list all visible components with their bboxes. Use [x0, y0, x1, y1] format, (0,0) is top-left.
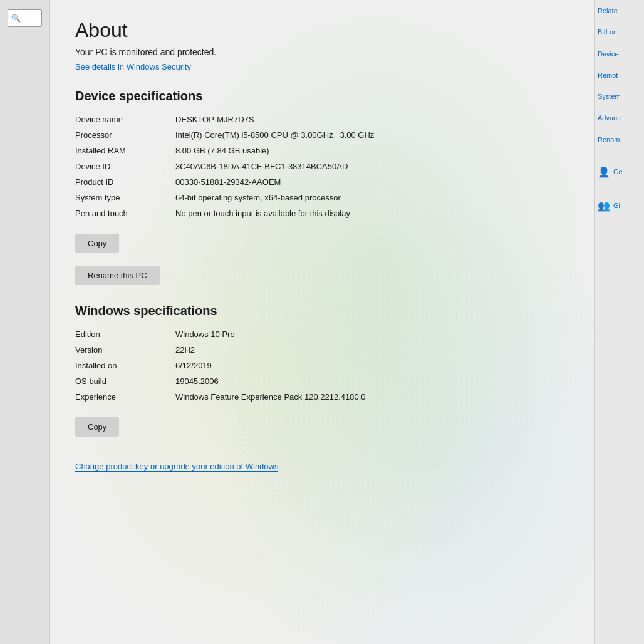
copy-button-device[interactable]: Copy: [75, 234, 119, 253]
spec-value: Intel(R) Core(TM) i5-8500 CPU @ 3.00GHz …: [175, 130, 374, 140]
table-row: Pen and touch No pen or touch input is a…: [75, 209, 569, 218]
spec-value: 19045.2006: [175, 377, 219, 386]
sidebar: 🔍: [0, 0, 50, 644]
protection-status: Your PC is monitored and protected.: [75, 47, 569, 57]
spec-value: 6/12/2019: [175, 361, 212, 370]
table-row: Processor Intel(R) Core(TM) i5-8500 CPU …: [75, 130, 569, 140]
search-icon: 🔍: [11, 14, 21, 23]
table-row: Installed RAM 8.00 GB (7.84 GB usable): [75, 146, 569, 155]
spec-label: Processor: [75, 130, 175, 140]
spec-value: No pen or touch input is available for t…: [175, 209, 350, 218]
table-row: Device ID 3C40AC6B-18DA-41CF-BFC1-38314B…: [75, 162, 569, 171]
spec-label: System type: [75, 193, 175, 202]
spec-value: 00330-51881-29342-AAOEM: [175, 177, 281, 187]
device-spec-table: Device name DESKTOP-MJR7D7S Processor In…: [75, 115, 569, 218]
table-row: OS build 19045.2006: [75, 377, 569, 386]
right-panel-icon-row-2: 👥 Gi: [598, 200, 641, 212]
spec-label: Version: [75, 345, 175, 355]
right-panel-ge[interactable]: Ge: [613, 167, 623, 176]
search-box[interactable]: 🔍: [8, 9, 42, 27]
table-row: Experience Windows Feature Experience Pa…: [75, 392, 569, 402]
spec-label: Installed on: [75, 361, 175, 370]
right-panel-related[interactable]: Relate: [598, 6, 641, 15]
page-title: About: [75, 19, 569, 42]
table-row: Installed on 6/12/2019: [75, 361, 569, 370]
spec-value: DESKTOP-MJR7D7S: [175, 115, 254, 124]
rename-pc-button[interactable]: Rename this PC: [75, 266, 160, 285]
right-panel-bitlocker[interactable]: BitLoc: [598, 28, 641, 36]
pen-touch-label: Pen and touch: [75, 209, 175, 218]
group-icon: 👥: [598, 200, 610, 212]
right-panel-gi[interactable]: Gi: [613, 201, 620, 210]
right-panel-advanced[interactable]: Advanc: [598, 113, 641, 122]
right-panel-icon-row-1: 👤 Ge: [598, 166, 641, 178]
change-product-key-link[interactable]: Change product key or upgrade your editi…: [75, 462, 278, 472]
windows-spec-table: Edition Windows 10 Pro Version 22H2 Inst…: [75, 330, 569, 402]
spec-label: Device name: [75, 115, 175, 124]
spec-label: Edition: [75, 330, 175, 339]
device-id-label: Device ID: [75, 162, 175, 171]
right-panel-system[interactable]: System: [598, 92, 641, 101]
table-row: Product ID 00330-51881-29342-AAOEM: [75, 177, 569, 187]
copy-button-windows[interactable]: Copy: [75, 417, 119, 437]
spec-value: 22H2: [175, 345, 195, 355]
spec-value: Windows Feature Experience Pack 120.2212…: [175, 392, 366, 402]
user-icon: 👤: [598, 166, 610, 178]
spec-value: 8.00 GB (7.84 GB usable): [175, 146, 269, 155]
windows-specs-title: Windows specifications: [75, 304, 569, 318]
table-row: System type 64-bit operating system, x64…: [75, 193, 569, 202]
table-row: Edition Windows 10 Pro: [75, 330, 569, 339]
table-row: Version 22H2: [75, 345, 569, 355]
right-panel-rename[interactable]: Renam: [598, 135, 641, 144]
main-content: About Your PC is monitored and protected…: [50, 0, 594, 644]
right-panel: Relate BitLoc Device Remot System Advanc…: [594, 0, 644, 644]
right-panel-remote[interactable]: Remot: [598, 71, 641, 80]
spec-label: Experience: [75, 392, 175, 402]
product-id-label: Product ID: [75, 177, 175, 187]
spec-label: OS build: [75, 377, 175, 386]
spec-value: 3C40AC6B-18DA-41CF-BFC1-38314BCA50AD: [175, 162, 348, 171]
device-specs-title: Device specifications: [75, 89, 569, 103]
spec-value: Windows 10 Pro: [175, 330, 235, 339]
security-link[interactable]: See details in Windows Security: [75, 62, 191, 71]
installed-ram-label: Installed RAM: [75, 146, 175, 155]
spec-value: 64-bit operating system, x64-based proce…: [175, 193, 341, 202]
table-row: Device name DESKTOP-MJR7D7S: [75, 115, 569, 124]
right-panel-device[interactable]: Device: [598, 49, 641, 58]
